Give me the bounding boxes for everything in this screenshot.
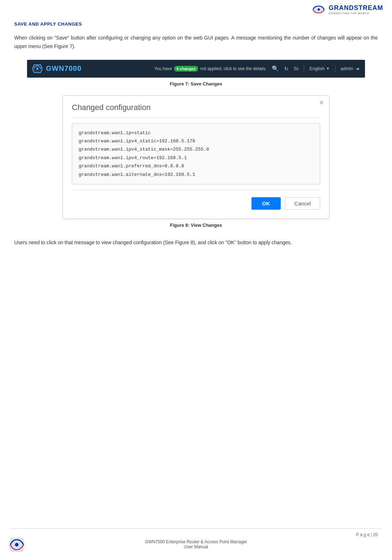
refresh-icon[interactable]: ↻ — [284, 66, 288, 72]
page-num: 20 — [373, 532, 378, 537]
footer-doc-title: GWN7000 Enterprise Router & Access Point… — [0, 539, 392, 544]
footer-logo-icon — [9, 537, 25, 553]
config-line-3: grandstream.wan1.ipv4_static_mask=255.25… — [79, 145, 313, 153]
ok-button[interactable]: OK — [251, 197, 281, 210]
config-line-4: grandstream.wan1.ipv4_route=192.168.5.1 — [79, 154, 313, 162]
page-number: P a g e | 20 — [0, 532, 378, 537]
nav-divider-1 — [304, 65, 304, 72]
search-icon[interactable]: 🔍 — [272, 65, 279, 72]
svg-point-1 — [318, 8, 320, 10]
admin-label: admin — [341, 66, 353, 71]
changes-message[interactable]: You have 6 changes not applied, click to… — [154, 66, 267, 72]
brand-tagline: CONNECTING THE WORLD — [329, 12, 383, 15]
footer-doc-subtitle: User Manual — [0, 544, 392, 549]
logout-icon[interactable]: ➔ — [355, 66, 360, 72]
dialog-close-button[interactable]: ✕ — [319, 99, 324, 106]
nav-icons: 🔍 ↻ 5s English ▼ admin ➔ — [272, 65, 360, 72]
config-line-2: grandstream.wan1.ipv4_static=192.168.5.1… — [79, 137, 313, 145]
page-label: P a g e | — [356, 532, 372, 537]
gwn-navbar: GWN7000 You have 6 changes not applied, … — [27, 60, 365, 78]
page-footer: P a g e | 20 GWN7000 Enterprise Router &… — [0, 528, 392, 549]
changes-prefix: You have — [154, 66, 172, 71]
footer-divider — [11, 528, 381, 529]
dialog-top-divider — [72, 117, 320, 118]
figure-8-container: ✕ Changed configuration grandstream.wan1… — [27, 95, 365, 228]
figure-7-container: GWN7000 You have 6 changes not applied, … — [27, 60, 365, 87]
refresh-timer: 5s — [294, 66, 298, 71]
figure-8-caption: Figure 8: View Changes — [27, 223, 365, 228]
changes-badge: 6 changes — [174, 66, 198, 72]
gwn-brand: GWN7000 — [46, 64, 81, 73]
config-line-5: grandstream.wan1.preferred_dns=8.8.8.8 — [79, 162, 313, 170]
changed-config-dialog: ✕ Changed configuration grandstream.wan1… — [63, 95, 329, 219]
gwn-nav-logo-icon — [32, 64, 42, 74]
paragraph-2: Users need to click on that message to v… — [14, 239, 378, 247]
nav-divider-2 — [335, 65, 335, 72]
language-label: English — [309, 66, 325, 71]
grandstream-logo: GRANDSTREAM CONNECTING THE WORLD — [312, 4, 383, 15]
brand-name: GRANDSTREAM — [329, 4, 383, 12]
svg-point-3 — [36, 68, 38, 70]
changes-suffix: not applied, click to see the details. — [200, 66, 266, 71]
dialog-actions: OK Cancel — [72, 197, 320, 210]
figure-7-caption: Figure 7: Save Changes — [27, 81, 365, 87]
language-selector[interactable]: English ▼ — [309, 66, 330, 71]
section-title: SAVE AND APPLY CHANGES — [14, 21, 378, 27]
logo-text-group: GRANDSTREAM CONNECTING THE WORLD — [329, 4, 383, 15]
config-line-6: grandstream.wan1.alternate_dns=192.168.5… — [79, 171, 313, 179]
paragraph-1: When clicking on "Save" button after con… — [14, 34, 378, 51]
dialog-bottom-divider — [72, 190, 320, 190]
config-line-1: grandstream.wan1.ip=static — [79, 129, 313, 137]
config-code-block: grandstream.wan1.ip=static grandstream.w… — [72, 123, 320, 184]
svg-point-5 — [15, 543, 18, 546]
chevron-down-icon: ▼ — [326, 67, 330, 70]
gs-logo-icon — [312, 4, 326, 15]
dialog-title: Changed configuration — [72, 103, 320, 112]
admin-menu[interactable]: admin ➔ — [341, 66, 360, 72]
cancel-button[interactable]: Cancel — [285, 197, 320, 210]
